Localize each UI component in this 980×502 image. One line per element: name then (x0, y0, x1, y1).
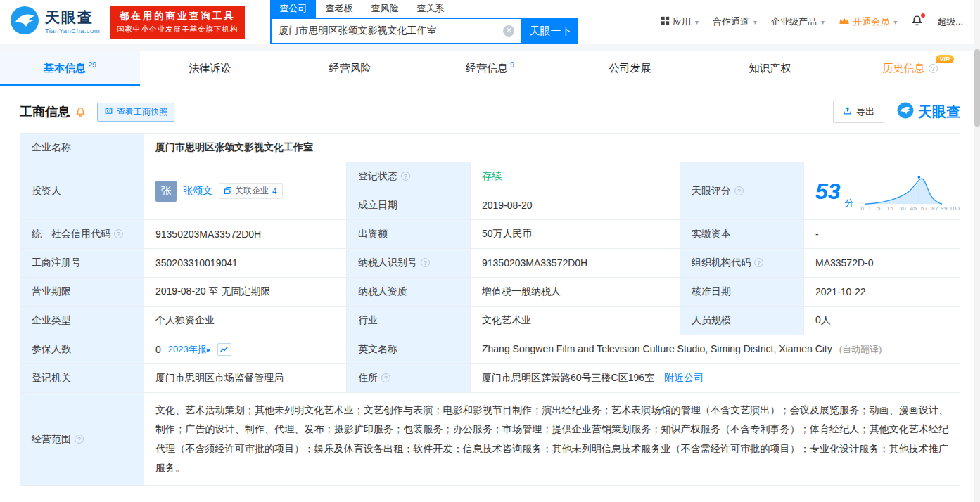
tab-label: 基本信息 (44, 62, 86, 75)
related-companies-icon (224, 186, 231, 196)
field-label: 纳税人资质 (347, 278, 471, 307)
field-label: 成立日期 (347, 191, 471, 220)
header-divider (0, 44, 980, 51)
brand-watermark: 天眼查 (897, 102, 960, 122)
menu-partner[interactable]: 合作通道 (713, 15, 757, 28)
trend-chart-icon[interactable] (217, 343, 231, 356)
scrollbar-thumb[interactable] (974, 49, 980, 127)
table-row: 营业期限 2019-08-20 至 无固定期限 纳税人资质 增值税一般纳税人 核… (20, 278, 960, 307)
tab-count: 9 (510, 60, 514, 69)
table-row: 企业类型 个人独资企业 行业 文化艺术业 人员规模 0人 (20, 307, 960, 335)
field-label-text: 经营范围 (32, 433, 71, 444)
snapshot-button[interactable]: 查看工商快照 (97, 103, 174, 122)
field-label: 实缴资本 (680, 220, 804, 249)
field-label: 英文名称 (347, 335, 471, 364)
tab-intellectual-property[interactable]: 知识产权 (700, 51, 840, 86)
company-nav-tabs: 基本信息 29 法律诉讼 经营风险 经营信息 9 公司发展 知识产权 历史信息 … (0, 51, 980, 86)
menu-partner-label: 合作通道 (713, 15, 749, 28)
info-icon[interactable] (734, 186, 744, 195)
score-axis-labels: 0 1 5 15 30 45 67 87 99 100 (861, 205, 960, 212)
registration-number: 350203310019041 (144, 249, 347, 278)
info-icon[interactable] (929, 64, 938, 73)
menu-upgrade-vip[interactable]: 开通会员 (839, 15, 897, 28)
tab-label: 公司发展 (609, 62, 651, 75)
tianyancha-bird-icon (897, 102, 914, 122)
info-icon[interactable] (754, 258, 763, 267)
related-companies-badge[interactable]: 关联企业 4 (219, 183, 283, 199)
nearby-companies-link[interactable]: 附近公司 (664, 372, 704, 383)
tab-history-info[interactable]: 历史信息 VIP (840, 51, 980, 86)
search-tab-risk[interactable]: 查风险 (362, 0, 407, 18)
registration-authority: 厦门市思明区市场监督管理局 (144, 364, 347, 393)
taxpayer-id: 91350203MA33572D0H (471, 249, 680, 278)
tab-operating-risk[interactable]: 经营风险 (280, 51, 420, 86)
search-button[interactable]: 天眼一下 (522, 18, 578, 44)
tab-label: 法律诉讼 (189, 62, 231, 75)
tab-legal[interactable]: 法律诉讼 (140, 51, 280, 86)
clear-search-icon[interactable] (503, 25, 514, 37)
address: 厦门市思明区莲景路60号三楼C区196室 (482, 372, 654, 383)
business-term: 2019-08-20 至 无固定期限 (144, 278, 347, 307)
menu-apps[interactable]: 应用 (661, 15, 699, 28)
search-tab-company[interactable]: 查公司 (270, 0, 316, 18)
investor-avatar[interactable]: 张 (155, 181, 177, 202)
notifications-bell-icon[interactable] (911, 15, 923, 29)
section-title: 工商信息 (20, 103, 70, 120)
search-input[interactable] (272, 25, 521, 37)
investor-cell: 张 张颂文 关联企业 4 (144, 162, 347, 220)
promo-line1: 都在用的商业查询工具 (117, 10, 238, 22)
field-label: 参保人数 (20, 335, 144, 364)
field-label: 住所 (347, 364, 471, 393)
info-icon[interactable] (381, 373, 390, 382)
scrollbar-track[interactable] (974, 0, 980, 502)
field-label: 纳税人识别号 (347, 249, 471, 278)
search-box (270, 18, 522, 44)
camera-icon (104, 106, 113, 117)
info-icon[interactable] (114, 229, 123, 238)
table-row: 工商注册号 350203310019041 纳税人识别号 91350203MA3… (20, 249, 960, 278)
export-button[interactable]: 导出 (833, 101, 884, 123)
monitor-bell-icon[interactable] (75, 107, 86, 117)
established-date: 2019-08-20 (471, 191, 680, 220)
field-label: 经营范围 (20, 393, 144, 486)
field-label: 登记机关 (20, 364, 144, 393)
info-icon[interactable] (401, 172, 410, 181)
tab-company-development[interactable]: 公司发展 (560, 51, 700, 86)
search-area: 查公司 查老板 查风险 查关系 天眼一下 (270, 0, 578, 44)
tab-operating-info[interactable]: 经营信息 9 (420, 51, 560, 86)
field-label: 出资额 (347, 220, 471, 249)
status-value: 存续 (482, 170, 502, 181)
tianyancha-bird-icon (10, 6, 39, 38)
company-type: 个人独资企业 (144, 307, 347, 335)
export-icon (843, 106, 852, 117)
annual-report-link[interactable]: 2023年报▸ (168, 343, 210, 356)
tab-basic-info[interactable]: 基本信息 29 (0, 51, 140, 86)
field-label-text: 登记状态 (358, 170, 397, 181)
taxpayer-quality: 增值税一般纳税人 (471, 278, 680, 307)
score-cell: 53 分 0 1 5 15 30 45 67 87 99 100 (804, 162, 960, 220)
site-logo[interactable]: 天眼查 TianYanCha.com (10, 6, 100, 38)
promo-line2: 国家中小企业发展子基金旗下机构 (117, 25, 238, 34)
industry: 文化艺术业 (471, 307, 680, 335)
field-label: 企业类型 (20, 307, 144, 335)
credit-code: 91350203MA33572D0H (144, 220, 347, 249)
staff-size: 0人 (804, 307, 960, 335)
search-tab-relation[interactable]: 查关系 (407, 0, 453, 18)
score-value: 53 (815, 180, 841, 202)
table-row: 统一社会信用代码 91350203MA33572D0H 出资额 50万人民币 实… (20, 220, 960, 249)
search-tab-boss[interactable]: 查老板 (316, 0, 362, 18)
registration-status: 存续 (471, 162, 680, 191)
main-content: 工商信息 查看工商快照 导出 天眼查 (0, 101, 980, 486)
section-header: 工商信息 查看工商快照 导出 天眼查 (20, 101, 960, 123)
field-label-text: 天眼评分 (692, 185, 731, 196)
business-scope-cell: 文化、艺术活动策划；其他未列明文化艺术业；文艺创作与表演；电影和影视节目制作；演… (144, 393, 960, 486)
info-icon[interactable] (75, 435, 84, 444)
info-icon[interactable] (421, 258, 430, 267)
menu-enterprise[interactable]: 企业级产品 (771, 15, 825, 28)
auto-translate-tag: (自动翻译) (839, 344, 882, 354)
menu-super-vip[interactable]: 超级... (937, 15, 963, 28)
table-row: 企业名称 厦门市思明区张颂文影视文化工作室 (20, 134, 960, 162)
business-info-table: 企业名称 厦门市思明区张颂文影视文化工作室 投资人 张 张颂文 关联企业 4 (20, 133, 960, 486)
company-name: 厦门市思明区张颂文影视文化工作室 (144, 134, 960, 162)
investor-name-link[interactable]: 张颂文 (183, 185, 212, 198)
